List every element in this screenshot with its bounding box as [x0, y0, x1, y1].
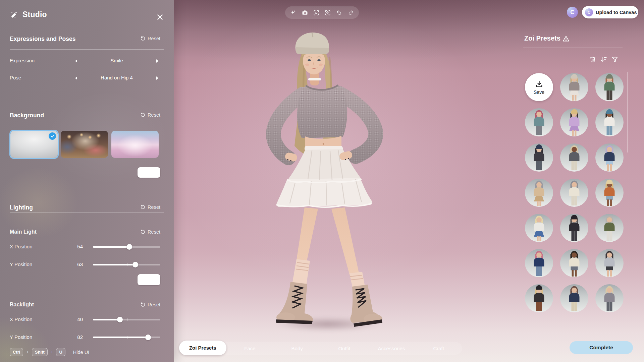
- viewport-toolbar: [285, 6, 359, 19]
- backlight-x-slider[interactable]: [93, 319, 160, 320]
- preset-avatar-13[interactable]: [560, 214, 588, 242]
- preset-avatar-20[interactable]: [595, 284, 624, 312]
- character-beanie: [296, 33, 329, 54]
- expression-value: Smile: [80, 58, 153, 63]
- filter-icon[interactable]: [611, 56, 619, 63]
- main-light-y-slider[interactable]: [93, 264, 160, 265]
- preset-avatar-7[interactable]: [560, 143, 588, 172]
- save-label: Save: [534, 89, 544, 95]
- hide-ui-shortcut: Ctrl + Shift + U Hide UI: [10, 348, 89, 356]
- studio-panel: Studio Expressions and Poses Reset Expre…: [0, 0, 174, 362]
- key-ctrl: Ctrl: [10, 348, 23, 356]
- slider-default-mark: [127, 318, 127, 321]
- preset-avatar-15[interactable]: [525, 249, 553, 277]
- section-divider: [10, 120, 164, 120]
- pose-value: Hand on Hip 4: [80, 75, 153, 80]
- upload-button-label: Upload to Canvas: [596, 10, 637, 15]
- character-choker: [308, 78, 321, 80]
- prev-expression-icon[interactable]: [74, 59, 78, 63]
- main-light-y-value: 63: [60, 261, 83, 267]
- upload-to-canvas-button[interactable]: C Upload to Canvas: [582, 6, 638, 18]
- background-option-studio[interactable]: [10, 131, 58, 158]
- slider-fill: [93, 319, 120, 320]
- camera-icon[interactable]: [302, 9, 308, 16]
- sort-icon[interactable]: [600, 56, 607, 63]
- next-pose-icon[interactable]: [155, 76, 160, 80]
- lighting-reset-button[interactable]: Reset: [140, 204, 160, 210]
- backlight-y-slider[interactable]: [93, 337, 160, 338]
- reset-icon: [140, 36, 146, 41]
- tab-outfit[interactable]: Outfit: [321, 342, 368, 355]
- preset-avatar-10[interactable]: [560, 179, 588, 207]
- presets-grid: Save: [525, 73, 624, 312]
- hide-ui-label[interactable]: Hide UI: [73, 350, 89, 355]
- app-logo-badge[interactable]: C: [567, 7, 578, 18]
- warning-icon: [562, 35, 570, 43]
- preset-avatar-4[interactable]: [560, 108, 588, 136]
- main-light-x-value: 54: [60, 244, 83, 249]
- slider-thumb[interactable]: [126, 244, 132, 250]
- backlight-title: Backlight: [10, 302, 34, 308]
- slider-thumb[interactable]: [117, 317, 123, 322]
- key-u: U: [56, 348, 65, 356]
- tab-face[interactable]: Face: [226, 342, 274, 355]
- face-capture-icon[interactable]: [313, 9, 320, 16]
- download-icon: [535, 80, 544, 89]
- tab-body[interactable]: Body: [273, 342, 321, 355]
- reset-icon: [140, 229, 146, 235]
- main-light-title: Main Light: [10, 229, 37, 235]
- magic-wand-icon: [10, 10, 18, 19]
- presets-scrollbar[interactable]: [627, 72, 628, 153]
- backlight-y-label: Y Position: [10, 334, 32, 340]
- main-light-y-row: Y Position 63: [0, 260, 174, 269]
- preset-avatar-8[interactable]: [595, 143, 624, 172]
- reset-icon: [140, 112, 146, 118]
- background-option-room[interactable]: [61, 131, 108, 158]
- prev-pose-icon[interactable]: [74, 76, 78, 80]
- background-reset-button[interactable]: Reset: [140, 112, 160, 118]
- preset-avatar-2[interactable]: [595, 73, 624, 101]
- preset-avatar-3[interactable]: [525, 108, 553, 136]
- undo-icon[interactable]: [336, 9, 342, 16]
- body-capture-icon[interactable]: [324, 9, 331, 16]
- sparkles-icon[interactable]: [290, 9, 297, 16]
- preset-avatar-1[interactable]: [560, 73, 588, 101]
- complete-button[interactable]: Complete: [570, 341, 633, 354]
- backlight-x-value: 40: [60, 316, 83, 322]
- main-light-color-swatch[interactable]: [138, 274, 160, 285]
- preset-avatar-18[interactable]: [525, 284, 553, 312]
- pose-label: Pose: [10, 75, 21, 80]
- redo-icon[interactable]: [347, 9, 354, 16]
- preset-avatar-11[interactable]: [595, 179, 624, 207]
- background-option-sky[interactable]: [111, 131, 159, 158]
- backlight-reset-button[interactable]: Reset: [140, 302, 160, 307]
- preset-avatar-16[interactable]: [560, 249, 588, 277]
- main-light-reset-button[interactable]: Reset: [140, 229, 160, 235]
- section-divider: [10, 212, 164, 213]
- preset-avatar-5[interactable]: [595, 108, 624, 136]
- next-expression-icon[interactable]: [155, 59, 160, 63]
- preset-avatar-9[interactable]: [525, 179, 553, 207]
- preset-avatar-6[interactable]: [525, 143, 553, 172]
- slider-thumb[interactable]: [145, 335, 151, 340]
- preset-avatar-17[interactable]: [595, 249, 624, 277]
- close-icon[interactable]: [156, 13, 164, 21]
- main-light-x-slider[interactable]: [93, 246, 160, 248]
- save-preset-button[interactable]: Save: [525, 73, 553, 101]
- presets-panel-title: Zoi Presets: [524, 35, 560, 42]
- character-model[interactable]: [255, 28, 389, 337]
- tab-craft[interactable]: Craft: [415, 342, 462, 355]
- background-color-swatch[interactable]: [138, 167, 160, 178]
- expressions-reset-button[interactable]: Reset: [140, 36, 160, 41]
- main-light-y-label: Y Position: [10, 261, 32, 267]
- app-logo-letter: C: [570, 9, 574, 16]
- backlight-x-label: X Position: [10, 316, 33, 322]
- slider-thumb[interactable]: [132, 262, 138, 267]
- pose-row: Pose Hand on Hip 4: [0, 73, 174, 83]
- preset-avatar-12[interactable]: [525, 214, 553, 242]
- preset-avatar-19[interactable]: [560, 284, 588, 312]
- preset-avatar-14[interactable]: [595, 214, 624, 242]
- tab-accessories[interactable]: Accessories: [368, 342, 415, 355]
- trash-icon[interactable]: [589, 56, 596, 63]
- tab-zoi-presets[interactable]: Zoi Presets: [179, 341, 226, 355]
